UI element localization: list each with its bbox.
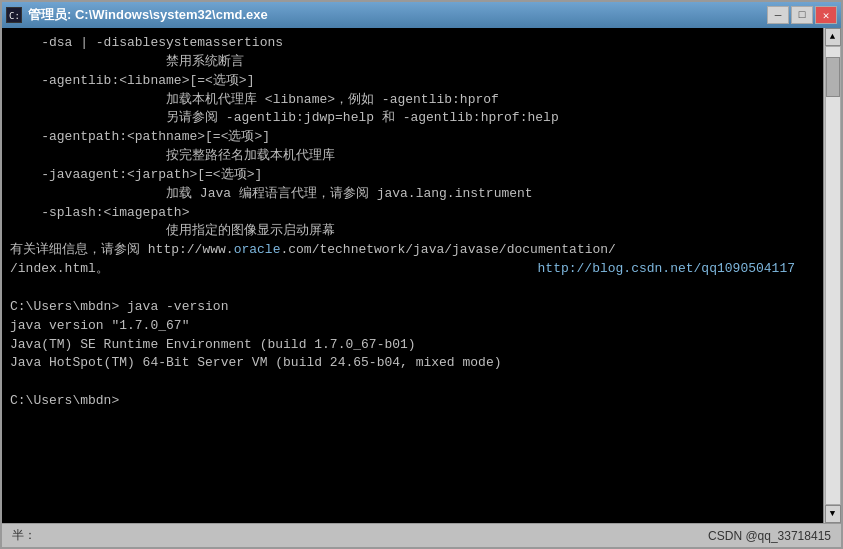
line-10: -splash:<imagepath> (10, 204, 815, 223)
line-3: -agentlib:<libname>[=<选项>] (10, 72, 815, 91)
scroll-track (825, 46, 841, 505)
close-button[interactable]: ✕ (815, 6, 837, 24)
line-blank-1 (10, 279, 815, 298)
line-11: 使用指定的图像显示启动屏幕 (10, 222, 815, 241)
title-bar-left: C: 管理员: C:\Windows\system32\cmd.exe (6, 6, 268, 24)
line-12-container: 有关详细信息，请参阅 http://www.oracle.com/technet… (10, 241, 815, 260)
line-2: 禁用系统断言 (10, 53, 815, 72)
line-jver: java version "1.7.0_67" (10, 317, 815, 336)
content-area: -dsa | -disablesystemassertions 禁用系统断言 -… (2, 28, 841, 523)
status-right: CSDN @qq_33718415 (708, 529, 831, 543)
line-8: -javaagent:<jarpath>[=<选项>] (10, 166, 815, 185)
title-bar: C: 管理员: C:\Windows\system32\cmd.exe — □ … (2, 2, 841, 28)
line-5: 另请参阅 -agentlib:jdwp=help 和 -agentlib:hpr… (10, 109, 815, 128)
window-title: 管理员: C:\Windows\system32\cmd.exe (28, 6, 268, 24)
scroll-down-button[interactable]: ▼ (825, 505, 841, 523)
line-blank-2 (10, 373, 815, 392)
svg-text:C:: C: (9, 11, 20, 21)
line-cmd: C:\Users\mbdn> java -version (10, 298, 815, 317)
line-6: -agentpath:<pathname>[=<选项>] (10, 128, 815, 147)
cmd-icon: C: (6, 7, 22, 23)
scrollbar[interactable]: ▲ ▼ (823, 28, 841, 523)
line-13: /index.html。 (10, 260, 109, 279)
status-bar: 半： CSDN @qq_33718415 (2, 523, 841, 547)
scroll-thumb[interactable] (826, 57, 840, 97)
window-controls: — □ ✕ (767, 6, 837, 24)
scroll-up-button[interactable]: ▲ (825, 28, 841, 46)
line-9: 加载 Java 编程语言代理，请参阅 java.lang.instrument (10, 185, 815, 204)
cmd-window: C: 管理员: C:\Windows\system32\cmd.exe — □ … (0, 0, 843, 549)
line-13-container: /index.html。 http://blog.csdn.net/qq1090… (10, 260, 815, 279)
maximize-button[interactable]: □ (791, 6, 813, 24)
line-jenv: Java(TM) SE Runtime Environment (build 1… (10, 336, 815, 355)
terminal-output: -dsa | -disablesystemassertions 禁用系统断言 -… (2, 28, 823, 523)
minimize-button[interactable]: — (767, 6, 789, 24)
line-jhs: Java HotSpot(TM) 64-Bit Server VM (build… (10, 354, 815, 373)
line-1: -dsa | -disablesystemassertions (10, 34, 815, 53)
csdn-link: http://blog.csdn.net/qq1090504117 (538, 260, 795, 279)
status-left: 半： (12, 527, 36, 544)
line-4: 加载本机代理库 <libname>，例如 -agentlib:hprof (10, 91, 815, 110)
line-12: 有关详细信息，请参阅 http://www.oracle.com/technet… (10, 241, 616, 260)
line-prompt: C:\Users\mbdn> (10, 392, 815, 411)
line-7: 按完整路径名加载本机代理库 (10, 147, 815, 166)
